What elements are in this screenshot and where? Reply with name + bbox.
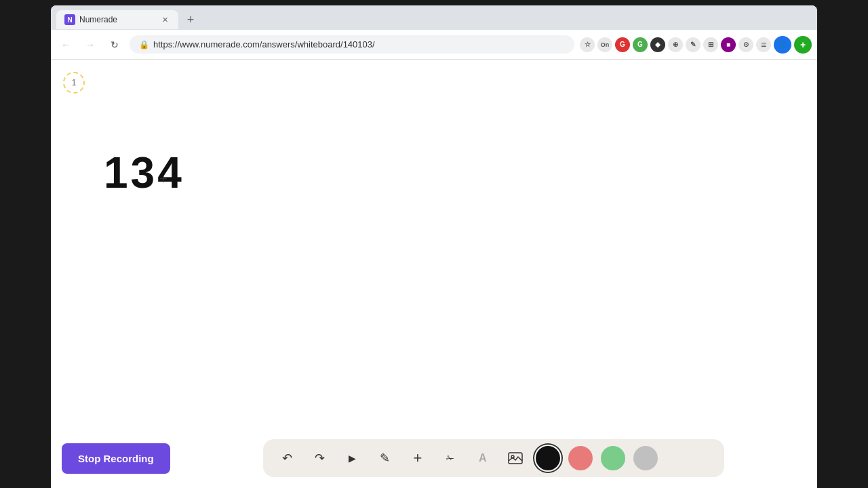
tab-favicon: N xyxy=(64,14,75,25)
drawing-toolbar: ↶ ↷ ▶ ✎ + ✁ A xyxy=(263,439,724,477)
undo-button[interactable]: ↶ xyxy=(275,446,300,470)
ext-10[interactable]: ≡ xyxy=(756,37,771,52)
text-tool-button[interactable]: A xyxy=(471,446,495,470)
tab-title: Numerade xyxy=(79,15,117,24)
page-indicator: 1 xyxy=(63,72,85,94)
ext-profile[interactable]: 👤 xyxy=(774,36,791,54)
forward-button[interactable]: → xyxy=(81,35,100,54)
bottom-toolbar-wrapper: Stop Recording ↶ ↷ ▶ ✎ + ✁ A xyxy=(51,434,817,488)
color-pink-swatch[interactable] xyxy=(568,446,593,470)
ext-8[interactable]: ■ xyxy=(721,37,736,52)
page-number: 1 xyxy=(72,78,77,87)
url-bar[interactable]: 🔒 https://www.numerade.com/answers/white… xyxy=(130,35,574,54)
new-tab-button[interactable]: + xyxy=(181,10,200,29)
browser-window: N Numerade ✕ + ← → ↻ 🔒 https://www.numer… xyxy=(51,5,817,488)
browser-tab[interactable]: N Numerade ✕ xyxy=(56,10,178,29)
select-tool-button[interactable]: ▶ xyxy=(340,446,365,470)
stop-recording-button[interactable]: Stop Recording xyxy=(62,443,170,474)
image-tool-button[interactable] xyxy=(503,446,528,470)
tab-close-button[interactable]: ✕ xyxy=(159,14,170,25)
ext-1[interactable]: On xyxy=(597,37,612,52)
ext-6[interactable]: ✎ xyxy=(686,37,701,52)
eraser-tool-button[interactable]: ✁ xyxy=(438,446,462,470)
add-button[interactable]: + xyxy=(406,446,430,470)
lock-icon: 🔒 xyxy=(139,40,149,49)
ext-plus[interactable]: + xyxy=(794,36,812,54)
whiteboard-content: 134 xyxy=(104,148,184,198)
refresh-button[interactable]: ↻ xyxy=(105,35,124,54)
ext-7[interactable]: ⊞ xyxy=(703,37,718,52)
color-green-swatch[interactable] xyxy=(601,446,625,470)
ext-bookmark[interactable]: ☆ xyxy=(580,37,595,52)
ext-9[interactable]: ⊙ xyxy=(738,37,753,52)
address-bar: ← → ↻ 🔒 https://www.numerade.com/answers… xyxy=(51,30,817,60)
url-text: https://www.numerade.com/answers/whitebo… xyxy=(153,39,375,49)
browser-actions: ☆ On G G ◆ ⊕ ✎ ⊞ ■ ⊙ ≡ 👤 + xyxy=(580,36,812,54)
pen-tool-button[interactable]: ✎ xyxy=(373,446,397,470)
ext-3[interactable]: G xyxy=(633,37,648,52)
ext-5[interactable]: ⊕ xyxy=(668,37,683,52)
ext-4[interactable]: ◆ xyxy=(650,37,665,52)
whiteboard-area[interactable]: 1 134 Stop Recording ↶ ↷ ▶ ✎ + ✁ A xyxy=(51,60,817,488)
redo-button[interactable]: ↷ xyxy=(308,446,332,470)
color-gray-swatch[interactable] xyxy=(633,446,658,470)
back-button[interactable]: ← xyxy=(56,35,75,54)
ext-2[interactable]: G xyxy=(615,37,630,52)
tab-bar: N Numerade ✕ + xyxy=(51,5,817,30)
color-black-swatch[interactable] xyxy=(536,446,560,470)
